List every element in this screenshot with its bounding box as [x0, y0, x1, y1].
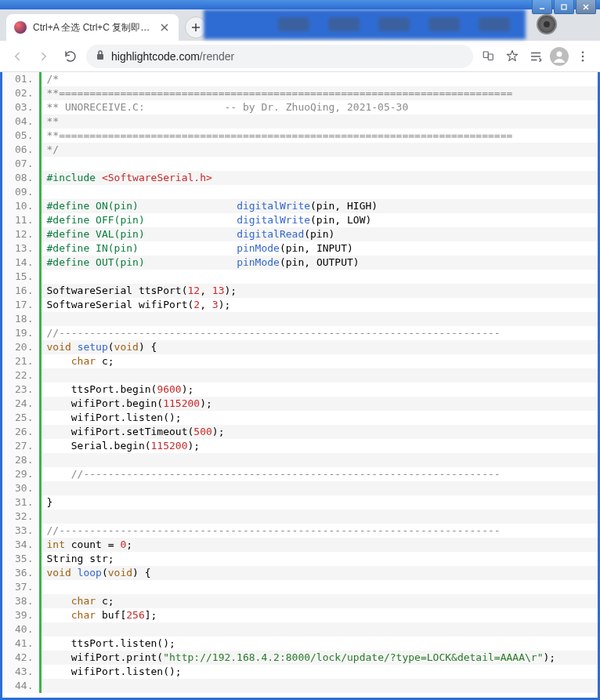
- code-line[interactable]: [42, 157, 598, 171]
- code-line[interactable]: String str;: [42, 552, 598, 566]
- code-line[interactable]: #define VAL(pin) digitalRead(pin): [42, 227, 598, 241]
- code-line[interactable]: wifiPort.listen();: [42, 665, 598, 679]
- line-number: 37.: [2, 580, 39, 594]
- lock-icon: [96, 49, 105, 63]
- code-line[interactable]: #define IN(pin) pinMode(pin, INPUT): [42, 241, 598, 256]
- code-line[interactable]: void loop(void) {: [42, 566, 598, 580]
- svg-point-17: [582, 59, 584, 61]
- code-line[interactable]: /*: [42, 72, 598, 86]
- code-line[interactable]: #define ON(pin) digitalWrite(pin, HIGH): [42, 199, 598, 213]
- code-line[interactable]: [42, 185, 598, 199]
- address-bar[interactable]: highlightcode.com/render: [86, 45, 473, 68]
- code-line[interactable]: [42, 679, 598, 693]
- line-number: 11.: [2, 213, 39, 227]
- line-number: 40.: [2, 622, 39, 637]
- window-close-button[interactable]: [576, 0, 596, 14]
- line-number: 38.: [2, 594, 39, 608]
- background-blur-region: [204, 9, 526, 39]
- code-line[interactable]: [42, 312, 598, 326]
- line-number: 21.: [2, 354, 39, 368]
- line-number: 02.: [2, 86, 39, 100]
- code-line[interactable]: ttsPort.begin(9600);: [42, 383, 598, 397]
- tab-close-button[interactable]: [158, 21, 171, 34]
- line-number: 24.: [2, 397, 39, 411]
- line-number: 43.: [2, 665, 39, 679]
- code-line[interactable]: void setup(void) {: [42, 340, 598, 354]
- code-line[interactable]: }: [42, 495, 598, 510]
- line-number: 12.: [2, 227, 39, 241]
- line-number: 18.: [2, 312, 39, 326]
- line-number: 29.: [2, 467, 39, 481]
- code-line[interactable]: ** UNORECEIVE.C: -- by Dr. ZhuoQing, 202…: [42, 100, 598, 114]
- code-line[interactable]: **======================================…: [42, 129, 598, 143]
- window-minimize-button[interactable]: [532, 0, 552, 14]
- forward-button[interactable]: [33, 45, 55, 67]
- line-number: 16.: [2, 284, 39, 298]
- back-button[interactable]: [6, 45, 28, 67]
- line-number: 42.: [2, 651, 39, 665]
- code-line[interactable]: char c;: [42, 594, 598, 608]
- code-line[interactable]: SoftwareSerial wifiPort(2, 3);: [42, 298, 598, 312]
- window-maximize-button[interactable]: [554, 0, 574, 14]
- code-line[interactable]: Serial.begin(115200);: [42, 439, 598, 453]
- browser-toolbar: highlightcode.com/render: [0, 41, 600, 72]
- code-line[interactable]: [42, 622, 598, 637]
- line-number: 36.: [2, 566, 39, 580]
- menu-button[interactable]: [572, 45, 594, 67]
- line-number: 23.: [2, 383, 39, 397]
- code-line[interactable]: int count = 0;: [42, 538, 598, 552]
- code-line[interactable]: */: [42, 143, 598, 157]
- line-number: 08.: [2, 171, 39, 185]
- code-line[interactable]: **======================================…: [42, 86, 598, 100]
- reload-button[interactable]: [60, 45, 81, 67]
- line-number: 17.: [2, 298, 39, 312]
- code-line[interactable]: #include <SoftwareSerial.h>: [42, 171, 598, 185]
- code-line[interactable]: char buf[256];: [42, 608, 598, 622]
- code-line[interactable]: [42, 481, 598, 495]
- code-line[interactable]: [42, 270, 598, 284]
- line-number: 33.: [2, 524, 39, 538]
- svg-rect-10: [488, 54, 493, 60]
- code-line[interactable]: [42, 580, 598, 594]
- line-number: 04.: [2, 114, 39, 129]
- code-line[interactable]: #define OUT(pin) pinMode(pin, OUTPUT): [42, 256, 598, 270]
- svg-rect-8: [97, 54, 103, 60]
- svg-point-15: [582, 51, 584, 53]
- line-number: 19.: [2, 326, 39, 340]
- line-number: 35.: [2, 552, 39, 566]
- code-line[interactable]: SoftwareSerial ttsPort(12, 13);: [42, 284, 598, 298]
- line-number: 06.: [2, 143, 39, 157]
- code-line[interactable]: wifiPort.print("http://192.168.4.2:8000/…: [42, 651, 598, 665]
- page-content[interactable]: 01.02.03.04.05.06.07.08.09.10.11.12.13.1…: [0, 72, 600, 700]
- code-line[interactable]: wifiPort.begin(115200);: [42, 397, 598, 411]
- reading-list-button[interactable]: [525, 45, 547, 67]
- background-app-icon: [537, 14, 557, 34]
- profile-avatar[interactable]: [548, 45, 570, 67]
- code-line[interactable]: #define OFF(pin) digitalWrite(pin, LOW): [42, 213, 598, 227]
- line-number: 09.: [2, 185, 39, 199]
- code-line[interactable]: wifiPort.setTimeout(500);: [42, 425, 598, 439]
- code-line[interactable]: wifiPort.listen();: [42, 411, 598, 425]
- line-number: 25.: [2, 411, 39, 425]
- code-line[interactable]: [42, 453, 598, 467]
- code-line[interactable]: **: [42, 114, 598, 129]
- code-line[interactable]: char c;: [42, 354, 598, 368]
- line-number: 28.: [2, 453, 39, 467]
- code-block: 01.02.03.04.05.06.07.08.09.10.11.12.13.1…: [2, 72, 598, 693]
- tab-title: Ctrl+A 全选 Ctrl+C 复制即可 - C: [33, 21, 152, 34]
- code-line[interactable]: [42, 510, 598, 524]
- svg-point-16: [582, 55, 584, 57]
- translate-button[interactable]: [478, 45, 500, 67]
- line-number: 26.: [2, 425, 39, 439]
- url-text: highlightcode.com/render: [111, 50, 234, 63]
- code-lines[interactable]: /***====================================…: [42, 72, 598, 693]
- browser-tab-active[interactable]: Ctrl+A 全选 Ctrl+C 复制即可 - C: [6, 14, 179, 41]
- code-line[interactable]: //--------------------------------------…: [42, 326, 598, 340]
- code-line[interactable]: [42, 368, 598, 383]
- code-line[interactable]: //--------------------------------------…: [42, 524, 598, 538]
- line-number: 20.: [2, 340, 39, 354]
- bookmark-button[interactable]: [501, 45, 523, 67]
- line-number: 10.: [2, 199, 39, 213]
- code-line[interactable]: //--------------------------------------…: [42, 467, 598, 481]
- code-line[interactable]: ttsPort.listen();: [42, 637, 598, 651]
